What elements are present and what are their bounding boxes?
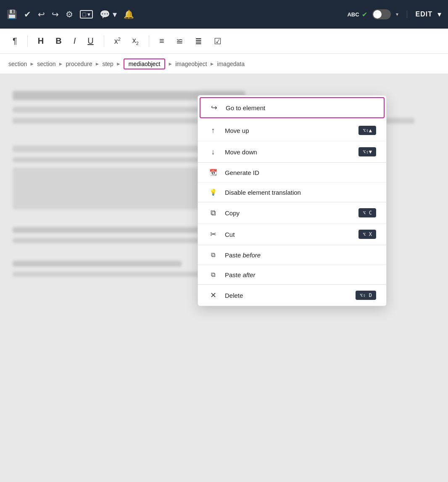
- go-to-element-icon: ↪: [209, 103, 219, 112]
- toolbar-right-group: ABC ✔ ▾ EDIT ▾: [347, 9, 441, 19]
- move-up-shortcut: ⌥⇧▲: [358, 126, 376, 135]
- cut-shortcut: ⌥ X: [358, 230, 376, 239]
- toggle-knob: [373, 10, 382, 19]
- delete-item[interactable]: ✕ Delete ⌥⇧ D: [198, 285, 386, 306]
- heading-button[interactable]: H: [34, 34, 48, 48]
- format-separator-2: [104, 35, 104, 47]
- redo-icon[interactable]: ↪: [52, 9, 59, 19]
- undo-icon[interactable]: ↩: [38, 9, 45, 19]
- move-down-icon: ↓: [208, 148, 218, 156]
- copy-cut-section: ⧉ Copy ⌥ C ✂ Cut ⌥ X: [198, 202, 386, 245]
- go-to-element-label: Go to element: [226, 104, 375, 111]
- breadcrumb-sep-3: ►: [95, 61, 100, 67]
- breadcrumb-sep-2: ►: [58, 61, 63, 67]
- paste-before-item[interactable]: ⧉ Paste before: [198, 245, 386, 265]
- settings-icon[interactable]: ⚙: [66, 9, 73, 19]
- check-icon[interactable]: ✔: [24, 9, 31, 19]
- toggle-chevron-icon[interactable]: ▾: [396, 11, 398, 17]
- move-down-shortcut: ⌥⇧▼: [358, 147, 376, 156]
- copy-label: Copy: [225, 209, 352, 217]
- align-button[interactable]: ≣: [191, 34, 206, 49]
- paragraph-button[interactable]: ¶: [8, 34, 21, 48]
- cut-label: Cut: [225, 231, 352, 238]
- disable-translation-label: Disable element translation: [225, 189, 376, 196]
- move-section: ↑ Move up ⌥⇧▲ ↓ Move down ⌥⇧▼: [198, 120, 386, 163]
- breadcrumb-sep-5: ►: [168, 61, 173, 67]
- underline-button[interactable]: U: [83, 34, 98, 48]
- save-icon[interactable]: 💾: [7, 9, 17, 19]
- format-separator-1: [27, 35, 28, 47]
- context-menu: ↪ Go to element ↑ Move up ⌥⇧▲ ↓ Move dow…: [198, 95, 387, 306]
- spellcheck-check-icon: ✔: [362, 11, 367, 19]
- move-up-icon: ↑: [208, 126, 218, 135]
- generate-id-label: Generate ID: [225, 169, 376, 176]
- unordered-list-button[interactable]: ≡: [155, 34, 169, 48]
- breadcrumb-procedure[interactable]: procedure: [66, 61, 92, 67]
- top-toolbar: 💾 ✔ ↩ ↪ ⚙ □ ▾ 💬 ▾ 🔔 ABC ✔ ▾ EDIT ▾: [0, 0, 448, 29]
- paste-after-item[interactable]: ⧉ Paste after: [198, 265, 386, 284]
- frame-icon[interactable]: □ ▾: [80, 10, 93, 19]
- paste-after-icon: ⧉: [208, 271, 218, 278]
- go-to-element-item[interactable]: ↪ Go to element: [200, 97, 385, 118]
- id-translation-section: 📆 Generate ID 💡 Disable element translat…: [198, 163, 386, 202]
- bell-icon[interactable]: 🔔: [124, 9, 134, 19]
- breadcrumb-mediaobject[interactable]: mediaobject: [124, 58, 166, 69]
- format-separator-3: [149, 35, 149, 47]
- paste-before-icon: ⧉: [208, 251, 218, 259]
- move-down-item[interactable]: ↓ Move down ⌥⇧▼: [198, 141, 386, 162]
- breadcrumb-bar: section ► section ► procedure ► step ► m…: [0, 54, 448, 74]
- paste-section: ⧉ Paste before ⧉ Paste after: [198, 245, 386, 285]
- toolbar-left-group: 💾 ✔ ↩ ↪ ⚙ □ ▾ 💬 ▾ 🔔: [7, 9, 134, 19]
- breadcrumb-step[interactable]: step: [102, 61, 113, 67]
- breadcrumb-sep-1: ►: [29, 61, 34, 67]
- breadcrumb-sep-6: ►: [210, 61, 215, 67]
- generate-id-icon: 📆: [208, 169, 218, 176]
- disable-translation-item[interactable]: 💡 Disable element translation: [198, 183, 386, 202]
- checklist-button[interactable]: ☑: [210, 34, 226, 49]
- breadcrumb-section-1[interactable]: section: [8, 61, 27, 67]
- delete-icon: ✕: [208, 291, 218, 300]
- cut-item[interactable]: ✂ Cut ⌥ X: [198, 224, 386, 245]
- bold-button[interactable]: B: [51, 34, 66, 48]
- abc-label: ABC: [347, 11, 359, 18]
- move-up-item[interactable]: ↑ Move up ⌥⇧▲: [198, 120, 386, 141]
- breadcrumb-imagedata[interactable]: imagedata: [217, 61, 245, 67]
- disable-translation-icon: 💡: [208, 188, 218, 196]
- generate-id-item[interactable]: 📆 Generate ID: [198, 163, 386, 183]
- main-content: ↪ Go to element ↑ Move up ⌥⇧▲ ↓ Move dow…: [0, 74, 448, 482]
- delete-label: Delete: [225, 292, 349, 299]
- comment-icon[interactable]: 💬 ▾: [100, 9, 117, 19]
- blur-line-7: [13, 227, 224, 233]
- copy-item[interactable]: ⧉ Copy ⌥ C: [198, 202, 386, 224]
- delete-section: ✕ Delete ⌥⇧ D: [198, 285, 386, 306]
- format-toolbar: ¶ H B I U x2 x2 ≡ ≌ ≣ ☑: [0, 29, 448, 54]
- toggle-switch[interactable]: [372, 9, 391, 19]
- move-up-label: Move up: [225, 127, 352, 134]
- breadcrumb-section-2[interactable]: section: [37, 61, 55, 67]
- breadcrumb-imageobject[interactable]: imageobject: [175, 61, 207, 67]
- breadcrumb-sep-4: ►: [116, 61, 121, 67]
- move-down-label: Move down: [225, 148, 352, 156]
- ordered-list-button[interactable]: ≌: [172, 34, 187, 49]
- delete-shortcut: ⌥⇧ D: [356, 291, 376, 300]
- superscript-button[interactable]: x2: [110, 34, 125, 48]
- cut-icon: ✂: [208, 230, 218, 239]
- paste-before-label: Paste before: [225, 252, 376, 259]
- italic-button[interactable]: I: [69, 34, 80, 48]
- blur-line-9: [13, 261, 182, 267]
- edit-label: EDIT: [407, 11, 432, 18]
- subscript-button[interactable]: x2: [128, 34, 143, 48]
- copy-icon: ⧉: [208, 209, 218, 217]
- copy-shortcut: ⌥ C: [358, 208, 376, 217]
- paste-after-label: Paste after: [225, 271, 376, 278]
- blur-line-4: [13, 146, 203, 152]
- abc-spellcheck: ABC ✔: [347, 11, 367, 19]
- edit-chevron-icon[interactable]: ▾: [437, 10, 441, 19]
